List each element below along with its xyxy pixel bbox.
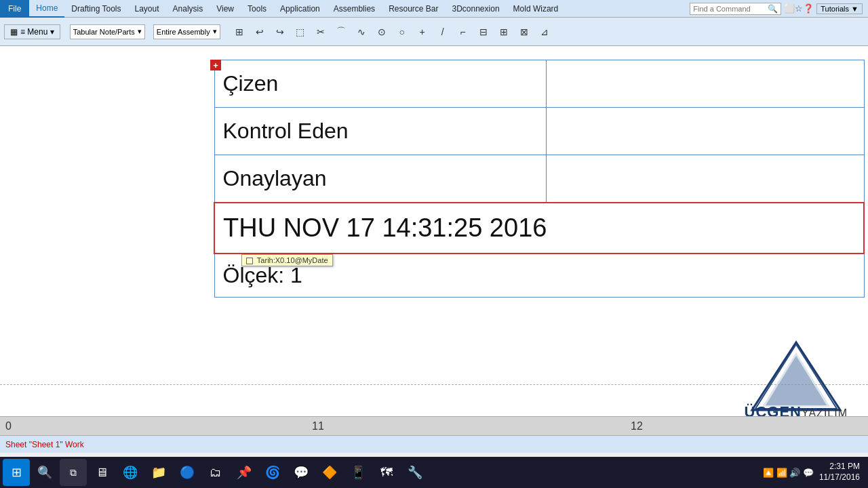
date-tooltip: Tarih:X0.10@MyDate xyxy=(241,254,333,266)
tabular-dropdown-label: Tabular Note/Parts xyxy=(73,28,135,36)
menu-label-text: ≡ Menu ▾ xyxy=(20,27,54,37)
toolbar-btn-14[interactable]: ⊞ xyxy=(494,22,513,41)
taskbar-app4[interactable]: 🔵 xyxy=(174,459,201,486)
start-button[interactable]: ⊞ xyxy=(3,459,30,486)
menu-dropdown[interactable]: ▦ ≡ Menu ▾ xyxy=(4,24,60,39)
tooltip-text: Tarih:X0.10@MyDate xyxy=(257,256,328,264)
tabular-dropdown[interactable]: Tabular Note/Parts ▾ xyxy=(70,24,145,39)
assembly-dropdown[interactable]: Entire Assembly ▾ xyxy=(153,24,220,39)
cizen-label: Çizen xyxy=(214,60,546,108)
tutorials-label[interactable]: Tutorials ▼ xyxy=(816,3,863,14)
table-row-onaylayan: Onaylayan xyxy=(214,155,864,203)
taskbar-right-area: 🔼 📶 🔊 💬 2:31 PM 11/17/2016 xyxy=(763,462,865,483)
ruler-mark-11: 11 xyxy=(312,420,324,432)
kontrol-label: Kontrol Eden xyxy=(214,108,546,155)
toolbar-btn-6[interactable]: ⌒ xyxy=(332,22,351,41)
search-input[interactable] xyxy=(693,5,768,13)
resource-bar-menu-item[interactable]: Resource Bar xyxy=(382,0,445,18)
status-text: Sheet "Sheet 1" Work xyxy=(5,440,84,449)
menu-right-area: 🔍 ⬜☆❓ Tutorials ▼ xyxy=(690,3,868,15)
taskbar-app11[interactable]: 🗺 xyxy=(373,459,400,486)
onaylayan-value xyxy=(546,155,864,203)
status-bar: Sheet "Sheet 1" Work xyxy=(0,435,868,453)
table-move-handle[interactable]: + xyxy=(210,60,221,70)
toolbar-group-1: ⊞ ↩ ↪ ⬚ ✂ ⌒ ∿ ⊙ ○ + / ⌐ ⊟ ⊞ ⊠ ⊿ xyxy=(230,22,554,41)
taskbar-app1[interactable]: 🖥 xyxy=(88,459,115,486)
taskbar-app12[interactable]: 🔧 xyxy=(401,459,429,486)
assembly-dropdown-label: Entire Assembly xyxy=(157,28,210,36)
menu-bar: File Home Drafting Tools Layout Analysis… xyxy=(0,0,868,18)
main-drawing-area[interactable]: + Çizen Kontrol Eden Onaylayan THU NOV 1… xyxy=(0,46,868,453)
file-menu-item[interactable]: File xyxy=(0,0,29,18)
toolbar: ▦ ≡ Menu ▾ Tabular Note/Parts ▾ Entire A… xyxy=(0,18,868,46)
menu-grid-icon: ▦ xyxy=(10,27,18,37)
tooltip-icon xyxy=(246,258,253,264)
toolbar-btn-5[interactable]: ✂ xyxy=(311,22,330,41)
toolbar-btn-15[interactable]: ⊠ xyxy=(515,22,534,41)
ruler-bar: 0 11 12 xyxy=(0,416,868,435)
assemblies-menu-item[interactable]: Assemblies xyxy=(327,0,382,18)
toolbar-btn-12[interactable]: ⌐ xyxy=(454,22,473,41)
taskbar-time-value: 2:31 PM xyxy=(819,462,860,472)
drawing-canvas[interactable]: + Çizen Kontrol Eden Onaylayan THU NOV 1… xyxy=(0,46,868,453)
toolbar-icons: ⬜☆❓ xyxy=(784,3,814,14)
taskbar-app6[interactable]: 📌 xyxy=(231,459,258,486)
toolbar-btn-10[interactable]: + xyxy=(413,22,432,41)
application-menu-item[interactable]: Application xyxy=(273,0,327,18)
toolbar-btn-13[interactable]: ⊟ xyxy=(474,22,493,41)
toolbar-btn-4[interactable]: ⬚ xyxy=(291,22,310,41)
toolbar-btn-3[interactable]: ↪ xyxy=(271,22,290,41)
taskbar-app9[interactable]: 🔶 xyxy=(316,459,343,486)
taskbar-systray: 🔼 📶 🔊 💬 xyxy=(763,468,814,478)
mold-wizard-menu-item[interactable]: Mold Wizard xyxy=(507,0,566,18)
table-row-kontrol: Kontrol Eden xyxy=(214,108,864,155)
taskbar-app5[interactable]: 🗂 xyxy=(202,459,229,486)
ruler-mark-12: 12 xyxy=(631,420,643,432)
home-menu-item[interactable]: Home xyxy=(29,0,64,18)
tools-menu-item[interactable]: Tools xyxy=(241,0,273,18)
taskbar-app8[interactable]: 💬 xyxy=(288,459,315,486)
toolbar-btn-1[interactable]: ⊞ xyxy=(230,22,249,41)
view-menu-item[interactable]: View xyxy=(210,0,241,18)
drafting-tools-menu-item[interactable]: Drafting Tools xyxy=(64,0,127,18)
triangle-logo-svg xyxy=(749,339,844,413)
toolbar-btn-8[interactable]: ⊙ xyxy=(372,22,391,41)
taskbar-app7[interactable]: 🌀 xyxy=(259,459,286,486)
toolbar-btn-16[interactable]: ⊿ xyxy=(535,22,554,41)
svg-marker-3 xyxy=(766,356,827,405)
analysis-menu-item[interactable]: Analysis xyxy=(166,0,210,18)
dashed-separator-line xyxy=(0,384,868,385)
cizen-value xyxy=(546,60,864,108)
table-row-cizen: Çizen xyxy=(214,60,864,108)
table-row-date: THU NOV 17 14:31:25 2016 xyxy=(214,203,864,253)
toolbar-btn-7[interactable]: ∿ xyxy=(352,22,371,41)
onaylayan-label: Onaylayan xyxy=(214,155,546,203)
taskbar-clock: 2:31 PM 11/17/2016 xyxy=(819,462,860,483)
search-icon: 🔍 xyxy=(768,4,778,14)
toolbar-btn-2[interactable]: ↩ xyxy=(250,22,269,41)
3dconnexion-menu-item[interactable]: 3Dconnexion xyxy=(446,0,507,18)
taskbar-app2[interactable]: 🌐 xyxy=(117,459,144,486)
taskbar-app10[interactable]: 📱 xyxy=(344,459,372,486)
search-box[interactable]: 🔍 xyxy=(690,3,781,15)
ruler-mark-0: 0 xyxy=(5,420,12,432)
tabular-dropdown-arrow: ▾ xyxy=(138,27,142,36)
taskbar-app3[interactable]: 📁 xyxy=(145,459,172,486)
date-value: THU NOV 17 14:31:25 2016 xyxy=(214,203,864,253)
taskbar-date-value: 11/17/2016 xyxy=(819,472,860,483)
taskbar: ⊞ 🔍 ⧉ 🖥 🌐 📁 🔵 🗂 📌 🌀 💬 🔶 📱 🗺 🔧 🔼 📶 🔊 💬 2:… xyxy=(0,457,868,488)
taskbar-view-btn[interactable]: ⧉ xyxy=(60,459,87,486)
layout-menu-item[interactable]: Layout xyxy=(128,0,166,18)
toolbar-btn-9[interactable]: ○ xyxy=(393,22,412,41)
kontrol-value xyxy=(546,108,864,155)
taskbar-search-btn[interactable]: 🔍 xyxy=(31,459,58,486)
toolbar-btn-11[interactable]: / xyxy=(433,22,452,41)
assembly-dropdown-arrow: ▾ xyxy=(213,27,217,36)
